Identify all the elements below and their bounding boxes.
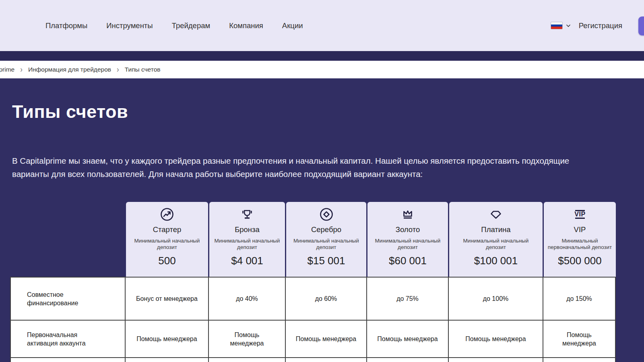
deposit-label: Минимальный начальный депозит bbox=[289, 238, 363, 251]
table-header-spacer bbox=[10, 202, 125, 277]
feature-value-cell: Помощь менеджера bbox=[125, 320, 208, 357]
breadcrumb-separator: › bbox=[117, 65, 119, 74]
account-name: Платина bbox=[481, 225, 510, 234]
nav-item-promotions[interactable]: Акции bbox=[282, 21, 303, 30]
feature-value-cell: Помощь менеджера bbox=[543, 320, 616, 357]
feature-value-cell: Помощь менеджера bbox=[448, 320, 543, 357]
feature-label bbox=[10, 357, 125, 362]
feature-value-cell: Помощь менеджера bbox=[366, 320, 448, 357]
trending-up-circle-icon bbox=[159, 206, 175, 223]
breadcrumb-separator: › bbox=[20, 65, 23, 74]
deposit-value: $100 001 bbox=[474, 255, 518, 267]
vip-icon: VIP bbox=[571, 206, 589, 223]
deposit-label: Минимальный начальный депозит bbox=[213, 238, 282, 251]
nav-item-instruments[interactable]: Инструменты bbox=[106, 21, 153, 30]
account-column-header-платина: ПлатинаМинимальный начальный депозит$100… bbox=[449, 202, 543, 277]
svg-text:VIP: VIP bbox=[574, 211, 585, 218]
feature-value-cell bbox=[543, 357, 616, 362]
feature-value-cell: до 150% bbox=[543, 277, 616, 320]
breadcrumb-bar: lprime›Информация для трейдеров›Типы сче… bbox=[0, 61, 644, 78]
account-name: Бронза bbox=[235, 225, 260, 234]
feature-value-cell bbox=[285, 357, 366, 362]
feature-value-cell: до 60% bbox=[285, 277, 366, 320]
breadcrumb: lprime›Информация для трейдеров›Типы сче… bbox=[0, 66, 161, 74]
page-title: Типы счетов bbox=[12, 101, 128, 122]
russia-flag-icon[interactable] bbox=[551, 22, 563, 29]
table-body: Совместное финансированиеБонус от менедж… bbox=[10, 277, 617, 362]
nav-right-cluster: Регистрация bbox=[551, 0, 622, 51]
gem-icon bbox=[488, 206, 504, 223]
feature-label: Совместное финансирование bbox=[10, 277, 125, 320]
account-name: Стартер bbox=[153, 225, 182, 234]
feature-value-cell bbox=[125, 357, 208, 362]
deposit-label: Минимальный начальный депозит bbox=[129, 238, 205, 251]
chevron-down-icon[interactable] bbox=[566, 24, 571, 27]
feature-value-cell: Помощь менеджера bbox=[208, 320, 285, 357]
register-link[interactable]: Регистрация bbox=[579, 21, 622, 30]
breadcrumb-item-2: Типы счетов bbox=[125, 66, 161, 73]
crown-icon bbox=[400, 206, 415, 223]
deposit-label: Минимальный первоначальный депозит bbox=[547, 238, 613, 251]
nav-item-platforms[interactable]: Платформы bbox=[45, 21, 87, 30]
account-name: VIP bbox=[574, 225, 586, 234]
account-types-table: СтартерМинимальный начальный депозит500 … bbox=[10, 202, 617, 362]
login-button[interactable] bbox=[638, 16, 644, 35]
account-name: Серебро bbox=[311, 225, 341, 234]
account-name: Золото bbox=[396, 225, 420, 234]
account-column-header-стартер: СтартерМинимальный начальный депозит500 bbox=[126, 202, 208, 277]
account-column-header-золото: ЗолотоМинимальный начальный депозит$60 0… bbox=[367, 202, 448, 277]
nav-item-for-traders[interactable]: Трейдерам bbox=[172, 21, 211, 30]
nav-item-company[interactable]: Компания bbox=[229, 21, 263, 30]
main-content: Типы счетов В Capitalprime мы знаем, что… bbox=[0, 78, 644, 362]
deposit-value: $500 000 bbox=[558, 255, 601, 267]
feature-value-cell bbox=[366, 357, 448, 362]
feature-value-cell bbox=[208, 357, 285, 362]
trophy-icon bbox=[239, 206, 255, 223]
feature-value-cell: до 100% bbox=[448, 277, 543, 320]
top-navbar: ПлатформыИнструментыТрейдерамКомпанияАкц… bbox=[0, 0, 644, 51]
account-column-header-серебро: СереброМинимальный начальный депозит$15 … bbox=[286, 202, 366, 277]
nav-menu: ПлатформыИнструментыТрейдерамКомпанияАкц… bbox=[45, 21, 303, 30]
feature-value-cell: Бонус от менеджера bbox=[125, 277, 208, 320]
table-header-row: СтартерМинимальный начальный депозит500 … bbox=[10, 202, 617, 277]
page: ПлатформыИнструментыТрейдерамКомпанияАкц… bbox=[0, 0, 644, 362]
feature-value-cell: до 75% bbox=[366, 277, 448, 320]
deposit-label: Минимальный начальный депозит bbox=[452, 238, 539, 251]
diamond-circle-icon bbox=[319, 206, 334, 223]
intro-paragraph: В Capitalprime мы знаем, что у каждого т… bbox=[12, 154, 601, 181]
deposit-value: $15 001 bbox=[308, 255, 345, 267]
deposit-value: $4 001 bbox=[231, 255, 263, 267]
breadcrumb-item-1[interactable]: Информация для трейдеров bbox=[28, 66, 111, 73]
account-column-header-vip: VIPVIPМинимальный первоначальный депозит… bbox=[544, 202, 616, 277]
feature-label: Первоначальная активация аккаунта bbox=[10, 320, 125, 357]
deposit-value: 500 bbox=[158, 255, 175, 267]
deposit-value: $60 001 bbox=[389, 255, 427, 267]
feature-value-cell: до 40% bbox=[208, 277, 285, 320]
feature-value-cell: Помощь менеджера bbox=[285, 320, 366, 357]
header-stripe bbox=[0, 51, 644, 61]
deposit-label: Минимальный начальный депозит bbox=[371, 238, 445, 251]
breadcrumb-item-0[interactable]: lprime bbox=[0, 66, 14, 73]
feature-value-cell bbox=[448, 357, 543, 362]
account-column-header-бронза: БронзаМинимальный начальный депозит$4 00… bbox=[209, 202, 285, 277]
